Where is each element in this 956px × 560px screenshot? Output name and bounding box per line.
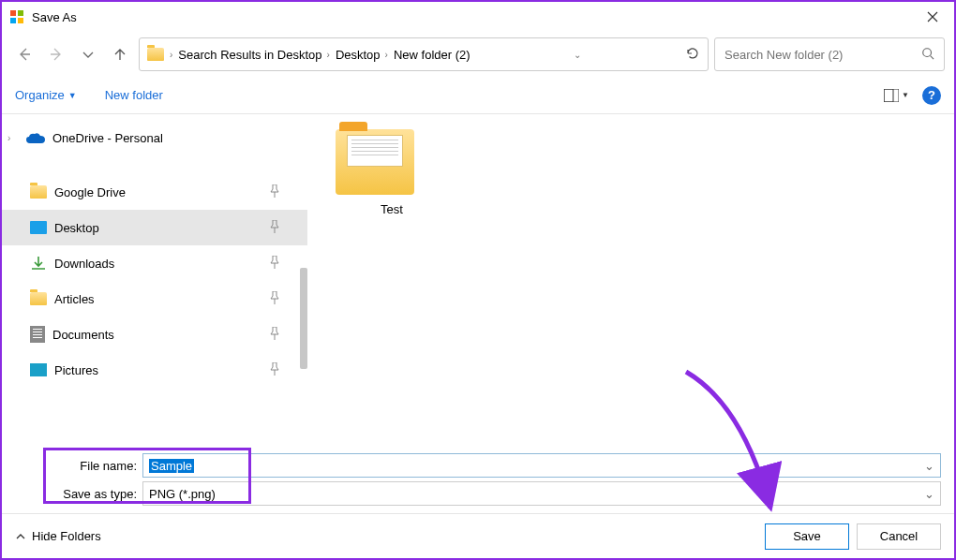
- tree-label: Pictures: [54, 363, 98, 377]
- tree-label: Downloads: [54, 257, 114, 271]
- onedrive-icon: [26, 132, 45, 144]
- search-input[interactable]: [724, 48, 921, 62]
- save-button[interactable]: Save: [765, 523, 849, 550]
- tree-item-gdrive[interactable]: Google Drive: [2, 174, 307, 210]
- tree-label: OneDrive - Personal: [52, 131, 163, 145]
- pin-icon: [270, 362, 279, 378]
- tree-item-downloads[interactable]: Downloads: [2, 245, 307, 281]
- documents-icon: [30, 326, 45, 343]
- close-button[interactable]: [911, 2, 954, 32]
- refresh-button[interactable]: [685, 46, 700, 64]
- tree-label: Desktop: [54, 221, 99, 235]
- tree-item-documents[interactable]: Documents: [2, 317, 307, 352]
- forward-button[interactable]: [43, 39, 69, 69]
- breadcrumb-segment[interactable]: Desktop: [336, 48, 381, 62]
- content-pane[interactable]: Test: [307, 114, 954, 446]
- breadcrumb-segment[interactable]: New folder (2): [394, 48, 471, 62]
- arrow-right-icon: [49, 47, 64, 62]
- tree-item-onedrive[interactable]: › OneDrive - Personal: [2, 120, 307, 155]
- tree-item-articles[interactable]: Articles: [2, 281, 307, 317]
- svg-rect-3: [18, 18, 23, 23]
- view-menu[interactable]: ▼: [884, 89, 909, 102]
- breadcrumb-segment[interactable]: Search Results in Desktop: [178, 48, 321, 62]
- window-title: Save As: [32, 10, 77, 24]
- pin-icon: [270, 291, 279, 307]
- search-icon: [921, 47, 934, 63]
- view-icon: [884, 89, 899, 102]
- organize-menu[interactable]: Organize▼: [15, 88, 77, 102]
- tree-item-desktop[interactable]: Desktop: [2, 210, 307, 245]
- savetype-value: PNG (*.png): [149, 487, 216, 501]
- body: › OneDrive - Personal Google Drive Deskt…: [2, 114, 954, 446]
- chevron-down-icon: ▼: [902, 91, 909, 99]
- chevron-right-icon: ›: [385, 50, 388, 60]
- desktop-icon: [30, 221, 47, 234]
- svg-rect-2: [10, 18, 16, 23]
- scrollbar-thumb[interactable]: [300, 268, 307, 369]
- svg-rect-5: [884, 89, 899, 102]
- nav-pane: › OneDrive - Personal Google Drive Deskt…: [2, 114, 307, 446]
- chevron-right-icon: ›: [7, 133, 19, 143]
- help-button[interactable]: ?: [922, 86, 941, 105]
- back-button[interactable]: [11, 39, 37, 69]
- chevron-down-icon: ⌄: [915, 487, 934, 501]
- folder-label: Test: [336, 202, 448, 216]
- hide-folders-button[interactable]: Hide Folders: [15, 529, 101, 543]
- filename-value[interactable]: Sample: [149, 459, 194, 473]
- chevron-down-icon: ▼: [68, 91, 77, 100]
- toolbar: Organize▼ New folder ▼ ?: [2, 77, 954, 114]
- close-icon: [927, 11, 938, 22]
- folder-icon: [147, 48, 164, 61]
- pin-icon: [270, 184, 279, 200]
- arrow-left-icon: [17, 47, 32, 62]
- save-as-dialog: Save As › Search Results in Desktop› Des…: [0, 0, 956, 560]
- filename-input[interactable]: Sample ⌄: [142, 453, 941, 478]
- tree-label: Documents: [52, 328, 114, 342]
- save-fields: File name: Sample ⌄ Save as type: PNG (*…: [2, 446, 954, 513]
- svg-rect-0: [10, 10, 16, 16]
- folder-icon: [30, 185, 47, 199]
- footer: Hide Folders Save Cancel: [2, 513, 954, 558]
- chevron-down-icon[interactable]: ⌄: [915, 459, 934, 473]
- titlebar: Save As: [2, 2, 954, 32]
- cancel-button[interactable]: Cancel: [857, 523, 941, 550]
- folder-item[interactable]: Test: [336, 129, 448, 216]
- chevron-right-icon: ›: [170, 50, 172, 60]
- svg-rect-1: [18, 10, 23, 16]
- download-icon: [30, 255, 47, 272]
- recent-dropdown[interactable]: [75, 39, 101, 69]
- arrow-up-icon: [112, 47, 127, 62]
- up-button[interactable]: [107, 39, 133, 69]
- filename-label: File name:: [45, 459, 142, 473]
- help-icon: ?: [928, 88, 935, 102]
- folder-icon: [336, 129, 414, 195]
- breadcrumb[interactable]: › Search Results in Desktop› Desktop› Ne…: [139, 37, 709, 71]
- pin-icon: [270, 256, 279, 272]
- tree-label: Google Drive: [54, 185, 126, 199]
- app-icon: [9, 9, 24, 24]
- chevron-down-icon: [81, 47, 96, 62]
- savetype-dropdown[interactable]: PNG (*.png) ⌄: [142, 481, 941, 506]
- chevron-down-icon[interactable]: ⌄: [574, 50, 581, 60]
- savetype-label: Save as type:: [45, 487, 142, 501]
- pin-icon: [270, 327, 279, 343]
- svg-rect-6: [884, 89, 893, 102]
- tree-label: Articles: [54, 292, 95, 306]
- pin-icon: [270, 220, 279, 236]
- chevron-right-icon: ›: [327, 50, 330, 60]
- tree-item-pictures[interactable]: Pictures: [2, 352, 307, 388]
- chevron-up-icon: [15, 531, 26, 542]
- svg-point-4: [923, 48, 932, 56]
- nav-row: › Search Results in Desktop› Desktop› Ne…: [2, 32, 954, 77]
- refresh-icon: [685, 46, 700, 61]
- search-box[interactable]: [714, 37, 945, 71]
- new-folder-button[interactable]: New folder: [105, 88, 163, 102]
- pictures-icon: [30, 363, 47, 376]
- folder-icon: [30, 292, 47, 305]
